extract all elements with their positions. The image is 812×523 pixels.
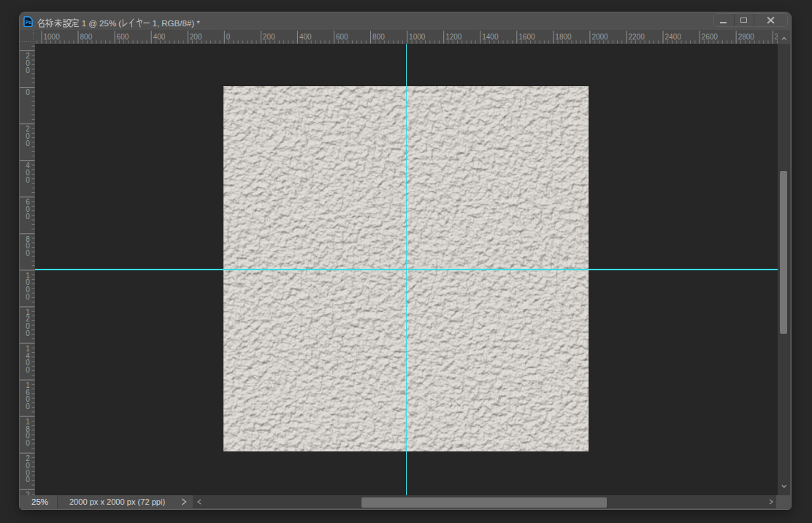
svg-text:200: 200 (189, 33, 202, 41)
svg-text:600: 600 (116, 33, 129, 41)
svg-text:1400: 1400 (482, 33, 499, 41)
svg-text:0: 0 (26, 476, 30, 484)
svg-text:1000: 1000 (43, 33, 60, 41)
svg-text:2400: 2400 (664, 33, 681, 41)
svg-text:0: 0 (26, 366, 30, 374)
svg-text:0: 0 (26, 213, 30, 221)
svg-text:1200: 1200 (445, 33, 462, 41)
svg-text:400: 400 (299, 33, 311, 41)
svg-text:0: 0 (26, 139, 30, 147)
svg-text:1600: 1600 (518, 33, 535, 41)
svg-text:0: 0 (26, 176, 30, 184)
svg-text:600: 600 (335, 33, 348, 41)
svg-text:1000: 1000 (409, 33, 426, 41)
svg-text:0: 0 (26, 249, 30, 257)
svg-text:400: 400 (153, 33, 165, 41)
svg-text:Ps: Ps (26, 20, 31, 25)
svg-text:0: 0 (226, 33, 230, 41)
svg-text:0: 0 (26, 439, 30, 447)
svg-text:0: 0 (26, 88, 30, 96)
svg-text:2600: 2600 (701, 33, 718, 41)
svg-text:2200: 2200 (628, 33, 645, 41)
svg-text:800: 800 (372, 33, 385, 41)
svg-text:0: 0 (26, 402, 30, 411)
svg-text:800: 800 (80, 33, 92, 41)
svg-text:0: 0 (26, 293, 30, 301)
svg-text:0: 0 (26, 66, 30, 74)
svg-text:2800: 2800 (738, 33, 754, 41)
svg-text:0: 0 (26, 329, 30, 337)
svg-text:200: 200 (262, 33, 275, 41)
svg-text:2000: 2000 (591, 33, 608, 41)
svg-text:1800: 1800 (555, 33, 572, 41)
